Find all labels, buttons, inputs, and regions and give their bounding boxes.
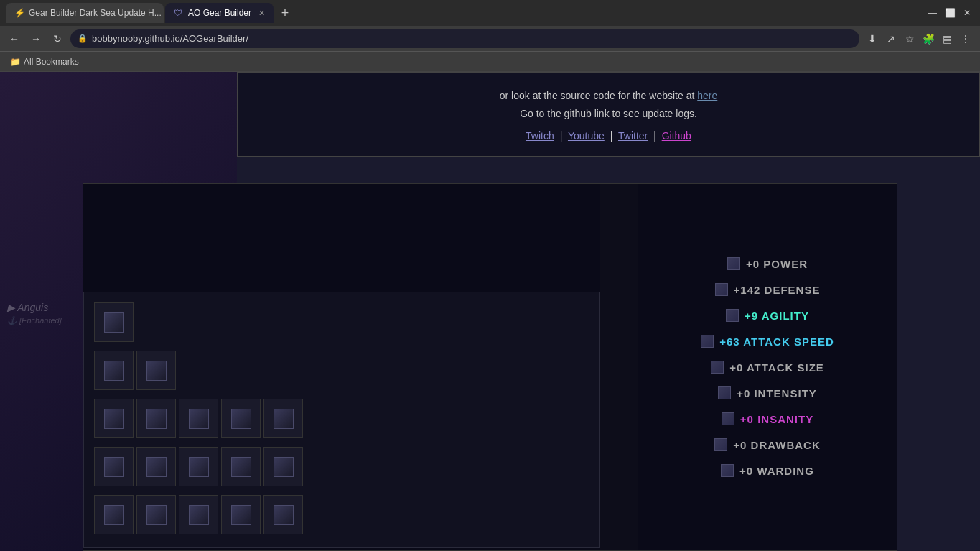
attack-size-icon (711, 361, 724, 374)
folder-icon: 📁 (10, 57, 21, 67)
window-controls: — ⬜ ✕ (925, 6, 974, 20)
forward-button[interactable]: → (27, 30, 45, 47)
here-link[interactable]: here (697, 90, 717, 101)
stat-row-intensity: +0 INTENSITY (653, 386, 882, 399)
tab2-close[interactable]: ✕ (258, 9, 265, 18)
gear-slot-3-5[interactable] (263, 399, 303, 438)
tab2-favicon: 🛡 (174, 8, 184, 18)
twitter-link[interactable]: Twitter (618, 130, 648, 142)
info-line2: Go to the github link to see update logs… (252, 105, 965, 123)
sep2: | (610, 130, 613, 142)
gear-slot-2-2[interactable] (136, 351, 176, 390)
page-content: ▶ Anguis ⚓ [Enchanted] or look at the so… (0, 72, 980, 551)
reload-button[interactable]: ↻ (49, 30, 66, 47)
info-line1: or look at the source code for the websi… (252, 87, 965, 105)
stat-row-insanity: +0 INSANITY (653, 412, 882, 425)
power-value: +0 POWER (746, 258, 808, 270)
gear-slot-3-4[interactable] (221, 399, 261, 438)
defense-value: +142 DEFENSE (734, 284, 821, 296)
tab1-favicon: ⚡ (14, 8, 24, 18)
download-icon[interactable]: ⬇ (864, 30, 881, 47)
github-link[interactable]: Github (662, 130, 691, 142)
close-window-button[interactable]: ✕ (960, 6, 974, 20)
gear-slot-3-2[interactable] (136, 399, 176, 438)
gear-slot-3-3[interactable] (179, 399, 218, 438)
gear-slot-5-3[interactable] (179, 495, 218, 534)
gear-slot-4-4[interactable] (221, 447, 261, 486)
stat-row-power: +0 POWER (653, 257, 882, 270)
tab2-label: AO Gear Builder (188, 8, 251, 18)
gear-row-5 (91, 492, 592, 537)
menu-icon[interactable]: ⋮ (957, 30, 974, 47)
gear-slot-5-5[interactable] (263, 495, 303, 534)
twitch-link[interactable]: Twitch (526, 130, 554, 142)
url-input[interactable]: 🔒 bobbynooby.github.io/AOGearBuilder/ (70, 29, 859, 48)
social-links: Twitch | Youtube | Twitter | Github (252, 130, 965, 142)
stat-row-drawback: +0 DRAWBACK (653, 438, 882, 451)
gear-slot-5-2[interactable] (136, 495, 176, 534)
extension-icon[interactable]: 🧩 (920, 30, 937, 47)
agility-value: +9 AGILITY (745, 310, 809, 322)
info-box: or look at the source code for the websi… (237, 72, 980, 157)
tab1-label: Gear Builder Dark Sea Update H... (29, 8, 162, 18)
drawback-value: +0 DRAWBACK (733, 439, 820, 451)
url-text: bobbynooby.github.io/AOGearBuilder/ (92, 33, 248, 44)
stat-row-warding: +0 WARDING (653, 464, 882, 477)
gear-slot-2-1[interactable] (94, 351, 134, 390)
gear-slot-3-1[interactable] (94, 399, 134, 438)
minimize-button[interactable]: — (925, 6, 940, 20)
intensity-value: +0 INTENSITY (737, 387, 817, 399)
gear-slot-5-1[interactable] (94, 495, 134, 534)
maximize-button[interactable]: ⬜ (943, 6, 957, 20)
stat-row-defense: +142 DEFENSE (653, 283, 882, 296)
gear-slot-4-2[interactable] (136, 447, 176, 486)
address-bar: ← → ↻ 🔒 bobbynooby.github.io/AOGearBuild… (0, 26, 980, 52)
insanity-value: +0 INSANITY (740, 413, 813, 425)
info-text-prefix: or look at the source code for the websi… (500, 90, 698, 101)
gear-slot-4-5[interactable] (263, 447, 303, 486)
attack-speed-value: +63 ATTACK SPEED (719, 335, 834, 348)
defense-icon (715, 283, 728, 296)
bookmarks-folder[interactable]: 📁 All Bookmarks (6, 55, 83, 68)
bookmarks-bar: 📁 All Bookmarks (0, 52, 980, 72)
tab-2[interactable]: 🛡 AO Gear Builder ✕ (165, 3, 274, 23)
gear-left-panel (83, 184, 600, 550)
gear-row-2 (91, 348, 592, 393)
sidebar-icon[interactable]: ▤ (938, 30, 956, 47)
toolbar-icons: ⬇ ↗ ☆ 🧩 ▤ ⋮ (864, 30, 974, 47)
gear-slot-4-1[interactable] (94, 447, 134, 486)
gear-slot-1-1[interactable] (94, 302, 134, 342)
attack-size-value: +0 ATTACK SIZE (729, 361, 824, 374)
stat-row-attack-speed: +63 ATTACK SPEED (653, 335, 882, 348)
gear-slot-4-3[interactable] (179, 447, 218, 486)
gear-row-3 (91, 396, 592, 441)
bg-text: ▶ Anguis ⚓ [Enchanted] (7, 302, 62, 325)
browser-chrome: ⚡ Gear Builder Dark Sea Update H... ✕ 🛡 … (0, 0, 980, 72)
bookmark-icon[interactable]: ☆ (901, 30, 918, 47)
stats-panel: +0 POWER +142 DEFENSE +9 AGILITY +63 ATT… (638, 184, 897, 550)
gear-row-1 (91, 300, 592, 345)
stat-row-attack-size: +0 ATTACK SIZE (653, 361, 882, 374)
insanity-icon (722, 412, 734, 425)
lock-icon: 🔒 (78, 34, 88, 43)
share-icon[interactable]: ↗ (882, 30, 900, 47)
tab-bar: ⚡ Gear Builder Dark Sea Update H... ✕ 🛡 … (0, 0, 980, 26)
warding-icon (721, 464, 734, 477)
power-icon (727, 257, 740, 270)
tab-1[interactable]: ⚡ Gear Builder Dark Sea Update H... ✕ (6, 3, 164, 23)
new-tab-button[interactable]: + (275, 3, 295, 23)
youtube-link[interactable]: Youtube (568, 130, 605, 142)
agility-icon (726, 309, 739, 322)
bookmarks-label: All Bookmarks (24, 57, 79, 67)
sep3: | (653, 130, 656, 142)
gear-row-4 (91, 444, 592, 489)
info-line2-text: Go to the github link to see update logs… (520, 108, 697, 119)
intensity-icon (718, 386, 731, 399)
gear-section: +0 POWER +142 DEFENSE +9 AGILITY +63 ATT… (83, 183, 897, 551)
back-button[interactable]: ← (6, 30, 23, 47)
stat-row-agility: +9 AGILITY (653, 309, 882, 322)
sep1: | (560, 130, 563, 142)
gear-slots-container (83, 292, 600, 548)
gear-slot-5-4[interactable] (221, 495, 261, 534)
warding-value: +0 WARDING (739, 465, 814, 477)
